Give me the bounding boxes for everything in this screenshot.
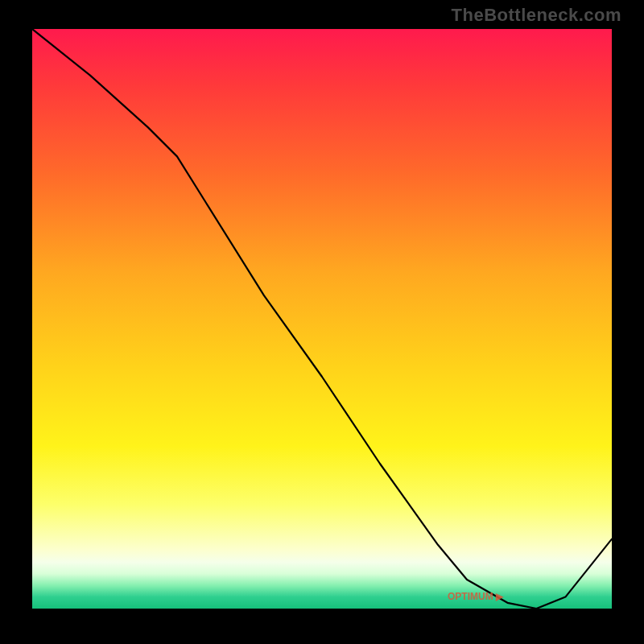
chart-line-series xyxy=(32,29,612,609)
chart-plot-area: OPTIMUM ▶ xyxy=(32,29,612,609)
chart-annotation-optimum: OPTIMUM ▶ xyxy=(448,591,503,602)
watermark-text: TheBottleneck.com xyxy=(452,5,621,26)
